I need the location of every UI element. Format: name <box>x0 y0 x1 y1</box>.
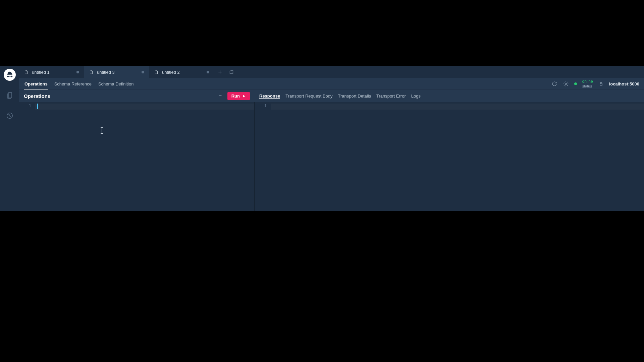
connection-status: online status <box>582 79 593 88</box>
popout-icon <box>229 69 234 75</box>
mouse-ibeam-icon <box>102 128 102 133</box>
unsaved-dot-icon <box>207 71 209 73</box>
line-number: 1 <box>255 104 267 108</box>
online-dot-icon <box>574 82 577 85</box>
unsaved-dot-icon <box>142 71 144 73</box>
unsaved-dot-icon <box>76 71 79 73</box>
line-gutter: 1 <box>19 102 35 211</box>
run-label: Run <box>231 94 240 99</box>
file-icon <box>154 70 159 74</box>
editor-split: 1 1 <box>19 102 644 211</box>
file-tab-3[interactable]: untitled 2 <box>149 66 214 78</box>
file-icon <box>89 70 94 74</box>
tab-schema-reference[interactable]: Schema Reference <box>54 78 92 89</box>
panel-headers: Operations Run Response Transport Reques… <box>19 89 644 102</box>
play-icon <box>242 94 246 98</box>
plus-icon <box>217 69 223 75</box>
new-tab-button[interactable] <box>214 66 226 78</box>
file-icon <box>24 70 29 74</box>
tab-transport-details[interactable]: Transport Details <box>338 94 371 99</box>
line-number: 1 <box>19 104 31 108</box>
line-gutter: 1 <box>255 102 271 211</box>
tabbar: untitled 1 untitled 3 untitled 2 <box>19 66 644 78</box>
operations-title: Operations <box>24 93 50 99</box>
sidebar <box>0 66 19 211</box>
tab-operations[interactable]: Operations <box>24 78 48 89</box>
code-area[interactable] <box>35 102 254 211</box>
endpoint-label: localhost:5000 <box>609 81 639 86</box>
run-button[interactable]: Run <box>227 92 250 100</box>
app-logo[interactable] <box>4 69 16 81</box>
refresh-button[interactable] <box>551 81 557 87</box>
status-sub-label: status <box>582 84 593 88</box>
settings-button[interactable] <box>563 81 569 87</box>
tab-transport-error[interactable]: Transport Error <box>376 94 406 99</box>
gear-icon <box>563 81 569 87</box>
tab-label: untitled 1 <box>32 70 50 75</box>
text-cursor <box>37 104 38 109</box>
format-icon <box>218 93 224 99</box>
status-online-label: online <box>582 79 593 84</box>
window-action-button[interactable] <box>226 66 237 78</box>
tab-response[interactable]: Response <box>259 94 280 99</box>
tab-label: untitled 2 <box>162 70 180 75</box>
active-line <box>271 104 644 110</box>
tab-schema-definition[interactable]: Schema Definition <box>98 78 135 89</box>
lock-icon <box>598 81 604 86</box>
operations-editor[interactable]: 1 <box>19 102 255 211</box>
code-area[interactable] <box>271 102 644 211</box>
files-icon[interactable] <box>4 90 15 101</box>
refresh-icon <box>551 81 557 87</box>
tab-transport-body[interactable]: Transport Request Body <box>285 94 332 99</box>
operations-header: Operations Run <box>19 92 255 100</box>
incognito-icon <box>6 71 13 78</box>
main-panel: untitled 1 untitled 3 untitled 2 Operati… <box>19 66 644 211</box>
tab-label: untitled 3 <box>97 70 115 75</box>
file-tab-1[interactable]: untitled 1 <box>19 66 84 78</box>
response-editor[interactable]: 1 <box>255 102 644 211</box>
format-button[interactable] <box>218 93 224 100</box>
active-line <box>35 104 254 110</box>
history-icon[interactable] <box>4 110 15 121</box>
svg-point-0 <box>565 83 567 85</box>
tab-logs[interactable]: Logs <box>411 94 421 99</box>
section-tabs: Operations Schema Reference Schema Defin… <box>19 78 644 89</box>
response-header: Response Transport Request Body Transpor… <box>255 94 644 99</box>
app-window: untitled 1 untitled 3 untitled 2 Operati… <box>0 66 644 211</box>
file-tab-2[interactable]: untitled 3 <box>84 66 149 78</box>
